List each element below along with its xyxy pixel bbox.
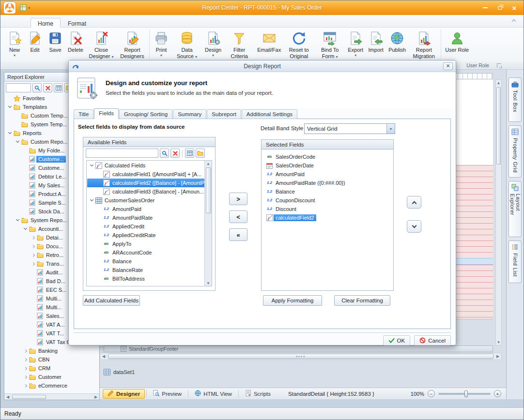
explorer-tree-item[interactable]: Banking [4, 346, 99, 355]
zoom-slider[interactable] [438, 393, 491, 395]
clear-formatting-button[interactable]: Clear Formatting [334, 295, 390, 306]
dialog-tab-additional-settings[interactable]: Additional Settings [242, 109, 297, 119]
available-field-item[interactable]: 1.2AmountPaidRate [87, 213, 204, 222]
expanded-arrow-icon[interactable] [15, 216, 20, 224]
ribbon-user-role-button[interactable]: User Role [443, 29, 471, 54]
view-tab-designer[interactable]: Designer [103, 389, 145, 399]
expanded-arrow-icon[interactable] [7, 103, 13, 111]
available-field-item[interactable]: 1.2AppliedCreditRate [87, 231, 204, 240]
selected-field-item[interactable]: 1.2Balance [262, 187, 392, 196]
quick-access-toolbar[interactable]: ▾ [20, 4, 30, 11]
scroll-right-icon[interactable]: ▶ [494, 354, 501, 360]
ribbon-collapse-icon[interactable] [512, 19, 516, 23]
view-tab-scripts[interactable]: Scripts [240, 389, 276, 399]
selected-field-item[interactable]: 1.2AmountPaidRate ({0:###.00}) [262, 179, 392, 187]
ribbon-design-button[interactable]: Design▾ [202, 29, 224, 58]
zoom-slider-thumb[interactable] [464, 390, 468, 397]
ribbon-email-fax-button[interactable]: Email/Fax [255, 29, 283, 54]
clear-search-button[interactable] [170, 149, 180, 158]
collapsed-arrow-icon[interactable] [23, 356, 28, 363]
ok-button[interactable]: OK [383, 335, 411, 345]
ribbon-close-designer-button[interactable]: Close Designer ▾ [86, 29, 117, 60]
ribbon-save-button[interactable]: Save [45, 29, 65, 54]
scroll-down-icon[interactable]: ▼ [495, 339, 502, 345]
move-left-button[interactable]: < [229, 210, 247, 223]
expanded-arrow-icon[interactable] [89, 162, 94, 169]
dialog-tab-title[interactable]: Title [74, 109, 93, 119]
available-field-item[interactable]: 1.2AmountPaid [87, 205, 204, 213]
apply-formatting-button[interactable]: Apply Formatting [263, 295, 322, 306]
search-button[interactable] [32, 83, 42, 92]
ribbon-reset-to-original-button[interactable]: Reset to Original [283, 29, 314, 60]
collapsed-arrow-icon[interactable] [23, 373, 28, 381]
available-field-item[interactable]: CustomerSalesOrder [87, 196, 204, 205]
available-field-item[interactable]: fcalculatedField1 ([AmountPaid] + [A... [87, 170, 204, 179]
search-button[interactable] [160, 149, 169, 158]
selected-field-item[interactable]: 1.2CouponDiscount [262, 196, 392, 205]
expanded-arrow-icon[interactable] [15, 138, 20, 146]
move-right-button[interactable]: > [229, 193, 247, 205]
dialog-launcher-icon[interactable] [497, 63, 501, 68]
vertical-scrollbar[interactable]: ▲ ▼ [495, 79, 502, 345]
view-tab-preview[interactable]: Preview [148, 389, 186, 399]
dialog-title-bar[interactable]: Design Report ✕ [69, 60, 456, 72]
columns-button[interactable] [54, 83, 63, 92]
available-fields-scrollbar[interactable]: ▲ ▼ [204, 161, 212, 286]
scrollbar-thumb[interactable] [12, 395, 46, 399]
cancel-button[interactable]: Cancel [414, 335, 451, 345]
collapsed-arrow-icon[interactable] [23, 382, 28, 390]
scroll-up-icon[interactable]: ▲ [495, 80, 502, 86]
available-field-item[interactable]: fCalculated Fields [87, 161, 204, 170]
available-field-item[interactable]: 1.2BalanceRate [87, 266, 204, 274]
app-logo-icon[interactable] [3, 1, 16, 14]
view-tab-html-view[interactable]: HTML View [190, 389, 237, 399]
scrollbar-thumb[interactable] [206, 167, 211, 213]
scroll-left-icon[interactable]: ◀ [4, 394, 11, 400]
available-field-item[interactable]: 1.2AppliedCredit [87, 222, 204, 231]
scrollbar-thumb[interactable]: •••• [108, 354, 493, 359]
dialog-close-button[interactable]: ✕ [443, 62, 453, 70]
dock-tab-tool-box[interactable]: Tool Box [509, 77, 522, 122]
collapsed-arrow-icon[interactable] [31, 242, 36, 250]
scroll-down-icon[interactable]: ▼ [205, 280, 212, 286]
detail-band-style-combo[interactable]: Vertical Grid ▾ [304, 123, 395, 134]
dataset-item[interactable]: dataSet1 [104, 369, 135, 375]
chevron-down-icon[interactable]: ▾ [386, 124, 395, 134]
available-field-item[interactable]: abBillToAddress [87, 274, 204, 283]
restore-button[interactable] [493, 2, 507, 13]
scroll-up-icon[interactable]: ▲ [205, 161, 212, 166]
explorer-tree-item[interactable]: Customer [4, 373, 99, 381]
zoom-in-icon[interactable]: + [494, 390, 501, 397]
collapsed-arrow-icon[interactable] [31, 234, 36, 241]
ribbon-data-source-button[interactable]: Data Source ▾ [171, 29, 202, 60]
selected-field-item[interactable]: abSalesOrderCode [262, 152, 392, 161]
explorer-tree-item[interactable]: CBN [4, 355, 99, 364]
folder-button[interactable] [196, 149, 205, 158]
ribbon-import-button[interactable]: Import [366, 29, 386, 54]
dialog-tab-summary[interactable]: Summary [173, 109, 206, 119]
explorer-search-input[interactable] [6, 83, 31, 92]
ribbon-filter-criteria-button[interactable]: Filter Criteria [224, 29, 255, 60]
dialog-tab-fields[interactable]: Fields [94, 108, 119, 119]
available-field-item[interactable]: 1.2Balance [87, 257, 204, 266]
close-button[interactable]: × [507, 2, 522, 13]
move-up-button[interactable] [407, 196, 421, 209]
scroll-right-icon[interactable]: ▶ [92, 394, 99, 400]
dock-tab-property-grid[interactable]: Property Grid [509, 125, 522, 178]
move-down-button[interactable] [407, 220, 421, 233]
expanded-arrow-icon[interactable] [89, 196, 94, 204]
band-header[interactable]: StandardGroupFooter [104, 345, 493, 352]
selected-field-item[interactable]: 1.2AmountPaid [262, 170, 392, 179]
columns-button[interactable] [185, 149, 194, 158]
ribbon-print-button[interactable]: Print▾ [151, 29, 171, 58]
available-fields-search-input[interactable] [86, 149, 158, 158]
move-all-left-button[interactable]: « [229, 228, 247, 241]
explorer-tree-item[interactable]: eCommerce [4, 381, 99, 390]
explorer-tree-item[interactable]: CRM [4, 364, 99, 373]
horizontal-scrollbar[interactable]: ◀ •••• ▶ [100, 353, 502, 360]
collapsed-arrow-icon[interactable] [31, 251, 36, 259]
scroll-left-icon[interactable]: ◀ [100, 354, 107, 360]
add-calculated-fields-button[interactable]: Add Calculated Fields [83, 295, 140, 306]
collapsed-arrow-icon[interactable] [23, 364, 28, 372]
explorer-horizontal-scrollbar[interactable]: ◀ ▶ [4, 393, 99, 400]
